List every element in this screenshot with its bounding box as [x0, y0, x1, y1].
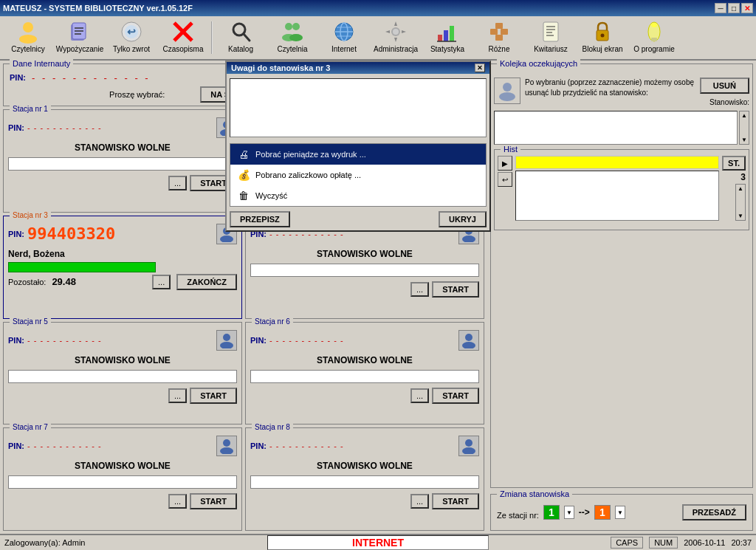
uwagi-bottom-row: PRZEPISZ UKRYJ [230, 211, 487, 227]
uwagi-textarea[interactable] [230, 78, 487, 137]
hist-scroll-down[interactable]: ▼ [738, 213, 743, 219]
historia-yellow-row [515, 156, 719, 169]
svg-point-1 [19, 35, 37, 44]
station-3-user: Nerd, Bożena [8, 249, 237, 259]
station-6-dots-btn[interactable]: ... [410, 388, 429, 403]
station-5-pin-label: PIN: [8, 336, 24, 345]
toolbar-czasopisma[interactable]: Czasopisma [158, 18, 208, 58]
toolbar-czytelnia-label: Czytelnia [277, 45, 307, 53]
ukryj-button[interactable]: UKRYJ [439, 211, 487, 227]
station-7-pin-label: PIN: [8, 441, 24, 450]
toolbar-czytelnia[interactable]: Czytelnia [267, 18, 317, 58]
pozostalo-value: 29.48 [52, 276, 76, 287]
station-4-dots-btn[interactable]: ... [410, 282, 429, 297]
toolbar-internet[interactable]: Internet [319, 18, 369, 58]
station-8-start-btn[interactable]: START [432, 493, 479, 509]
station-5-status: STANOWISKO WOLNE [8, 355, 237, 365]
hist-scroll-up[interactable]: ▲ [738, 185, 743, 192]
maximize-button[interactable]: □ [728, 3, 740, 13]
station-4-start-btn[interactable]: START [432, 281, 479, 298]
station-7-dots-btn[interactable]: ... [168, 494, 187, 509]
toolbar-katalog[interactable]: Katalog [216, 18, 266, 58]
minimize-button[interactable]: ─ [715, 3, 726, 13]
pozostalo-label: Pozostało: [8, 278, 46, 286]
uwagi-close-button[interactable]: ✕ [475, 63, 485, 72]
usun-button[interactable]: USUŃ [700, 78, 749, 94]
przesadz-button[interactable]: PRZESADŹ [682, 504, 746, 520]
svg-point-0 [23, 22, 33, 32]
toolbar-wypozyczanie[interactable]: Wypożyczanie [55, 18, 105, 58]
historia-st-btn[interactable]: ST. [722, 156, 746, 171]
toolbar-czytelnicy[interactable]: Czytelnicy [3, 18, 53, 58]
zmiana-from-dropdown[interactable]: ▼ [564, 506, 574, 519]
toolbar-oprogramie-label: O programie [633, 45, 675, 53]
context-item-pobrac[interactable]: 🖨 Pobrać pieniądze za wydruk ... [230, 144, 486, 165]
station-3-dots-btn[interactable]: ... [152, 275, 171, 289]
status-right: CAPS NUM 2006-10-11 20:37 [489, 537, 752, 549]
svg-line-13 [244, 34, 250, 41]
title-bar: MATEUSZ - SYSTEM BIBLIOTECZNY ver.1.05.1… [0, 0, 756, 16]
station-8-input[interactable] [250, 475, 479, 489]
close-button[interactable]: ✕ [741, 3, 753, 13]
przepisz-button[interactable]: PRZEPISZ [230, 211, 290, 227]
historia-icons: ▶ ↩ [498, 156, 512, 221]
toolbar-administracja[interactable]: Administracja [371, 18, 421, 58]
station-5-start-btn[interactable]: START [190, 388, 237, 404]
station-8-title: Stacja nr 8 [252, 423, 293, 431]
pin-label: PIN: [10, 73, 26, 82]
svg-rect-33 [543, 22, 558, 41]
toolbar-blokuj[interactable]: Blokuj ekran [577, 18, 628, 58]
station-5-input[interactable] [8, 370, 237, 383]
status-date: 2006-10-11 [684, 538, 725, 547]
internet-status: INTERNET [267, 535, 489, 550]
station-4-input[interactable] [250, 264, 479, 277]
zmiana-to-dropdown[interactable]: ▼ [615, 506, 625, 519]
station-6-input[interactable] [250, 370, 479, 383]
kolejka-person-icon [494, 78, 520, 104]
svg-point-17 [289, 34, 303, 41]
station-6-status: STANOWISKO WOLNE [250, 355, 479, 365]
toolbar-oprogramie[interactable]: O programie [629, 18, 679, 58]
scroll-down-icon[interactable]: ▼ [741, 137, 747, 143]
station-7: Stacja nr 7 PIN: - - - - - - - - - - - -… [3, 427, 242, 531]
toolbar-kwitariusz[interactable]: Kwitariusz [526, 18, 576, 58]
toolbar-statystyka[interactable]: Statystyka [422, 18, 472, 58]
toolbar: Czytelnicy Wypożyczanie ↩ Tylko zwrot Cz… [0, 16, 756, 61]
toolbar-rozne[interactable]: Różne [474, 18, 524, 58]
station-7-input[interactable] [8, 475, 237, 489]
station-8-dots-btn[interactable]: ... [410, 494, 429, 509]
station-8-pin-label: PIN: [250, 441, 267, 450]
svg-point-51 [223, 334, 230, 341]
station-1-input[interactable] [8, 157, 237, 171]
hist-icon-2[interactable]: ↩ [498, 172, 512, 187]
toolbar-internet-label: Internet [331, 45, 357, 53]
status-bar: Zalogowany(a): Admin INTERNET CAPS NUM 2… [0, 534, 756, 550]
toolbar-tylkozwrot-label: Tylko zwrot [113, 45, 150, 53]
context-item-pobrano[interactable]: 💰 Pobrano zaliczkowo opłatę ... [230, 165, 486, 185]
zmiana-box: Zmiana stanowiska Ze stacji nr: 1 ▼ --> … [490, 494, 753, 531]
station-6-title: Stacja nr 6 [252, 317, 293, 326]
station-3-pin-row: PIN: 994403320 [8, 224, 237, 244]
station-3-zakoncz-btn[interactable]: ZAKOŃCZ [176, 274, 237, 290]
kolejka-listbox[interactable] [494, 111, 738, 145]
toolbar-tylko-zwrot[interactable]: ↩ Tylko zwrot [106, 18, 157, 58]
station-5-dots-btn[interactable]: ... [168, 388, 187, 403]
station-6-pin-row: PIN: - - - - - - - - - - - - [250, 330, 479, 351]
historia-listbox[interactable] [515, 171, 719, 221]
station-5: Stacja nr 5 PIN: - - - - - - - - - - - -… [3, 322, 242, 425]
station-6-start-btn[interactable]: START [432, 388, 479, 404]
toolbar-czasopisma-label: Czasopisma [162, 45, 203, 53]
logged-user: Zalogowany(a): Admin [4, 538, 267, 547]
trash-icon: 🗑 [236, 188, 251, 203]
station-1-dots-btn[interactable]: ... [168, 176, 187, 190]
context-item-wyczysc-label: Wyczyść [255, 191, 287, 200]
zmiana-arrow: --> [579, 507, 590, 518]
scroll-up-icon[interactable]: ▲ [741, 112, 747, 119]
ze-stacji-label: Ze stacji nr: [497, 511, 539, 520]
context-item-wyczysc[interactable]: 🗑 Wyczyść [230, 185, 486, 206]
kolejka-title: Kolejka oczekujących [497, 59, 580, 68]
toolbar-wypozyczanie-label: Wypożyczanie [56, 45, 103, 53]
station-7-start-btn[interactable]: START [190, 493, 237, 509]
hist-icon-1[interactable]: ▶ [498, 156, 512, 171]
toolbar-blokuj-label: Blokuj ekran [582, 45, 622, 53]
